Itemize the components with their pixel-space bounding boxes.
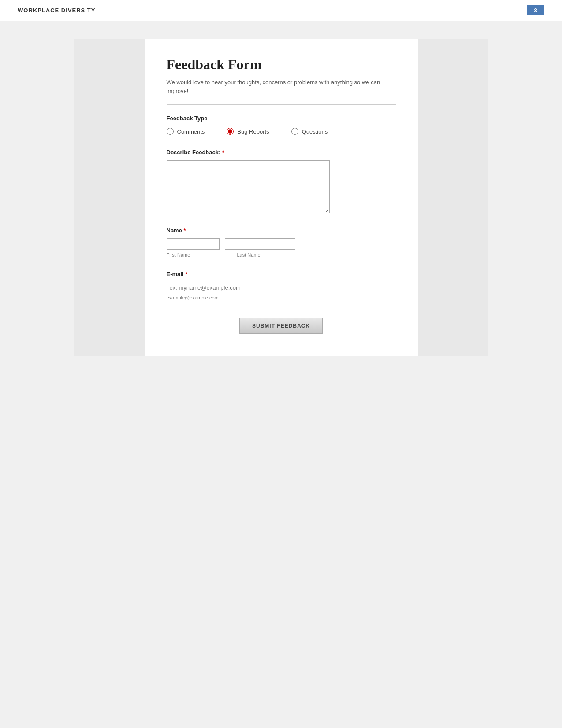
feedback-type-label: Feedback Type — [167, 115, 396, 122]
radio-bug-reports[interactable] — [227, 128, 234, 135]
form-subtitle: We would love to hear your thoughts, con… — [167, 78, 396, 95]
radio-comments[interactable] — [167, 128, 174, 135]
submit-button[interactable]: SUBMIT FEEDBACK — [239, 318, 323, 334]
name-fields-container — [167, 238, 396, 250]
page-number-badge: 8 — [527, 5, 544, 15]
radio-questions-label: Questions — [302, 128, 328, 135]
first-name-input[interactable] — [167, 238, 220, 250]
email-label: E-mail * — [167, 271, 396, 277]
describe-feedback-textarea[interactable] — [167, 160, 330, 213]
radio-comments-label: Comments — [177, 128, 205, 135]
right-side-panel — [418, 39, 488, 356]
submit-container: SUBMIT FEEDBACK — [167, 318, 396, 334]
email-required-star: * — [185, 271, 187, 277]
radio-option-questions[interactable]: Questions — [291, 128, 328, 135]
radio-option-bug-reports[interactable]: Bug Reports — [227, 128, 269, 135]
radio-option-comments[interactable]: Comments — [167, 128, 205, 135]
radio-questions[interactable] — [291, 128, 298, 135]
main-container: Feedback Form We would love to hear your… — [0, 21, 562, 373]
name-hints-container: First Name Last Name — [167, 252, 396, 258]
describe-feedback-label: Describe Feedback: * — [167, 149, 396, 156]
feedback-type-section: Feedback Type Comments Bug Reports Quest… — [167, 115, 396, 135]
describe-feedback-section: Describe Feedback: * — [167, 149, 396, 213]
describe-feedback-required-star: * — [222, 149, 224, 156]
radio-bug-reports-label: Bug Reports — [237, 128, 269, 135]
email-input[interactable] — [167, 282, 272, 293]
page-header: WORKPLACE DIVERSITY 8 — [0, 0, 562, 21]
left-side-panel — [74, 39, 145, 356]
name-label: Name * — [167, 227, 396, 234]
name-section: Name * First Name Last Name — [167, 227, 396, 258]
email-section: E-mail * example@example.com — [167, 271, 396, 300]
last-name-hint: Last Name — [237, 252, 308, 258]
form-title: Feedback Form — [167, 56, 396, 73]
site-title: WORKPLACE DIVERSITY — [18, 7, 95, 14]
form-card: Feedback Form We would love to hear your… — [145, 39, 418, 356]
radio-group: Comments Bug Reports Questions — [167, 128, 396, 135]
divider — [167, 104, 396, 105]
name-required-star: * — [184, 227, 186, 234]
email-hint: example@example.com — [167, 295, 396, 300]
first-name-hint: First Name — [167, 252, 220, 258]
last-name-input[interactable] — [225, 238, 295, 250]
